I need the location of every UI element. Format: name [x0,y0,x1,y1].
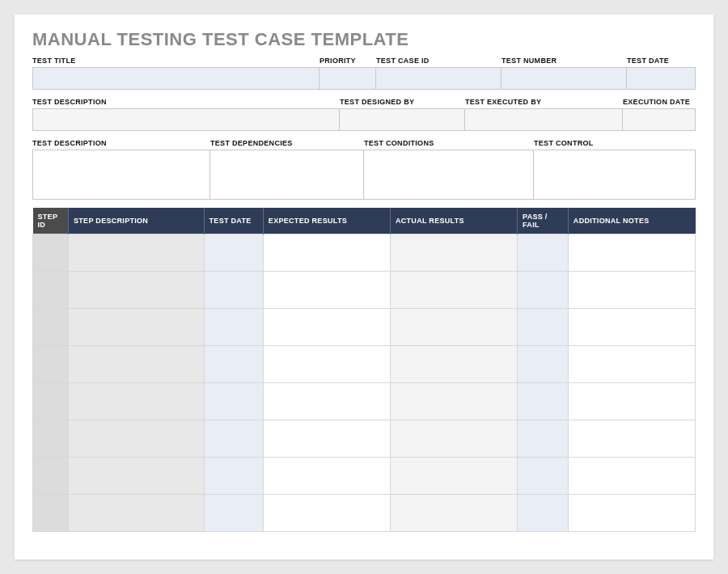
cell-notes[interactable] [568,383,695,420]
field-test-date[interactable] [627,67,696,90]
field-test-conditions[interactable] [364,150,534,200]
cell-actual[interactable] [390,309,517,346]
col-expected: EXPECTED RESULTS [263,208,390,234]
cell-step-id[interactable] [33,495,69,532]
col-notes: ADDITIONAL NOTES [568,208,695,234]
label-priority: PRIORITY [320,55,376,67]
cell-test-date[interactable] [204,420,263,458]
field-execution-date[interactable] [623,108,696,131]
label-test-control: TEST CONTROL [534,137,696,150]
cell-step-id[interactable] [33,420,69,458]
field-test-control[interactable] [534,150,696,200]
label-test-designed-by: TEST DESIGNED BY [340,96,465,108]
cell-step-desc[interactable] [68,234,204,272]
label-test-number: TEST NUMBER [502,55,627,67]
cell-pass-fail[interactable] [518,420,569,458]
cell-expected[interactable] [263,458,390,495]
template-page: MANUAL TESTING TEST CASE TEMPLATE TEST T… [15,15,713,559]
cell-notes[interactable] [568,234,695,272]
cell-step-desc[interactable] [68,309,204,346]
cell-expected[interactable] [263,495,390,532]
field-test-description-r2[interactable] [32,108,340,131]
cell-pass-fail[interactable] [518,234,569,272]
table-row [33,346,696,383]
cell-test-date[interactable] [204,309,263,346]
cell-notes[interactable] [568,272,695,309]
cell-test-date[interactable] [204,383,263,420]
cell-actual[interactable] [390,458,517,495]
cell-step-id[interactable] [33,383,69,420]
cell-actual[interactable] [390,346,517,383]
cell-actual[interactable] [390,495,517,532]
field-test-description-r3[interactable] [32,150,210,200]
table-row [33,420,696,458]
steps-table: STEP ID STEP DESCRIPTION TEST DATE EXPEC… [32,208,696,532]
cell-step-id[interactable] [33,309,69,346]
label-test-description-r2: TEST DESCRIPTION [32,96,340,108]
field-test-title[interactable] [32,67,320,90]
cell-expected[interactable] [263,309,390,346]
col-actual: ACTUAL RESULTS [390,208,517,234]
cell-pass-fail[interactable] [518,272,569,309]
cell-test-date[interactable] [204,495,263,532]
table-row [33,383,696,420]
cell-expected[interactable] [263,346,390,383]
cell-actual[interactable] [390,234,517,272]
label-test-date: TEST DATE [627,55,696,67]
cell-step-desc[interactable] [68,272,204,309]
cell-step-desc[interactable] [68,383,204,420]
cell-expected[interactable] [263,383,390,420]
cell-notes[interactable] [568,495,695,532]
cell-actual[interactable] [390,383,517,420]
cell-expected[interactable] [263,420,390,458]
table-row [33,309,696,346]
cell-pass-fail[interactable] [518,495,569,532]
cell-pass-fail[interactable] [518,458,569,495]
label-test-dependencies: TEST DEPENDENCIES [210,137,364,150]
col-step-id: STEP ID [33,208,69,234]
cell-notes[interactable] [568,346,695,383]
fields-row-3: TEST DESCRIPTION TEST DEPENDENCIES TEST … [32,137,696,200]
label-test-conditions: TEST CONDITIONS [364,137,534,150]
col-test-date: TEST DATE [204,208,263,234]
steps-header-row: STEP ID STEP DESCRIPTION TEST DATE EXPEC… [33,208,696,234]
cell-actual[interactable] [390,272,517,309]
cell-test-date[interactable] [204,234,263,272]
cell-test-date[interactable] [204,272,263,309]
cell-pass-fail[interactable] [518,383,569,420]
field-test-designed-by[interactable] [340,108,465,131]
cell-test-date[interactable] [204,458,263,495]
cell-expected[interactable] [263,272,390,309]
cell-notes[interactable] [568,309,695,346]
cell-step-id[interactable] [33,458,69,495]
field-test-number[interactable] [502,67,627,90]
field-test-executed-by[interactable] [465,108,623,131]
cell-step-desc[interactable] [68,495,204,532]
cell-step-desc[interactable] [68,458,204,495]
cell-pass-fail[interactable] [518,346,569,383]
cell-notes[interactable] [568,420,695,458]
table-row [33,272,696,309]
field-test-case-id[interactable] [376,67,502,90]
cell-step-id[interactable] [33,234,69,272]
label-test-title: TEST TITLE [32,55,320,67]
label-test-description-r3: TEST DESCRIPTION [32,137,210,150]
field-priority[interactable] [320,67,376,90]
fields-row-1: TEST TITLE PRIORITY TEST CASE ID TEST NU… [32,55,696,90]
table-row [33,458,696,495]
fields-row-2: TEST DESCRIPTION TEST DESIGNED BY TEST E… [32,96,696,131]
label-execution-date: EXECUTION DATE [623,96,696,108]
field-test-dependencies[interactable] [210,150,364,200]
cell-expected[interactable] [263,234,390,272]
cell-step-desc[interactable] [68,346,204,383]
label-test-case-id: TEST CASE ID [376,55,502,67]
cell-step-desc[interactable] [68,420,204,458]
label-test-executed-by: TEST EXECUTED BY [465,96,623,108]
page-title: MANUAL TESTING TEST CASE TEMPLATE [32,29,696,50]
cell-step-id[interactable] [33,346,69,383]
cell-notes[interactable] [568,458,695,495]
cell-actual[interactable] [390,420,517,458]
cell-test-date[interactable] [204,346,263,383]
cell-step-id[interactable] [33,272,69,309]
cell-pass-fail[interactable] [518,309,569,346]
